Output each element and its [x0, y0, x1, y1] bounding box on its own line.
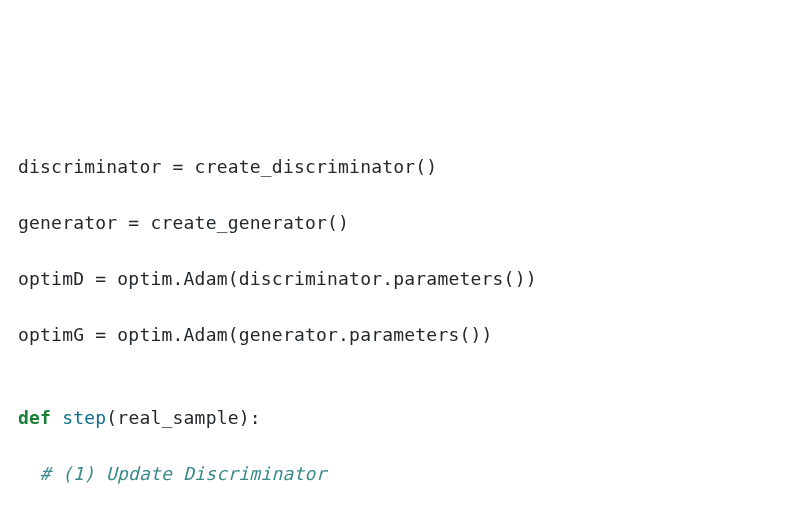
code-line: optimG = optim.Adam(generator.parameters… — [18, 321, 786, 349]
code-text — [51, 407, 62, 428]
code-line: optimD = optim.Adam(discriminator.parame… — [18, 265, 786, 293]
code-line: def step(real_sample): — [18, 404, 786, 432]
code-line: discriminator = create_discriminator() — [18, 153, 786, 181]
code-text: generator = create_generator() — [18, 212, 349, 233]
function-name: step — [62, 407, 106, 428]
code-text: discriminator = create_discriminator() — [18, 156, 437, 177]
code-text: optimD = optim.Adam(discriminator.parame… — [18, 268, 537, 289]
code-text: optimG = optim.Adam(generator.parameters… — [18, 324, 493, 345]
keyword-def: def — [18, 407, 51, 428]
code-block: discriminator = create_discriminator() g… — [18, 126, 786, 509]
code-text: (real_sample): — [106, 407, 261, 428]
code-line: generator = create_generator() — [18, 209, 786, 237]
comment: # (1) Update Discriminator — [40, 463, 327, 484]
code-line: # (1) Update Discriminator — [18, 460, 786, 488]
